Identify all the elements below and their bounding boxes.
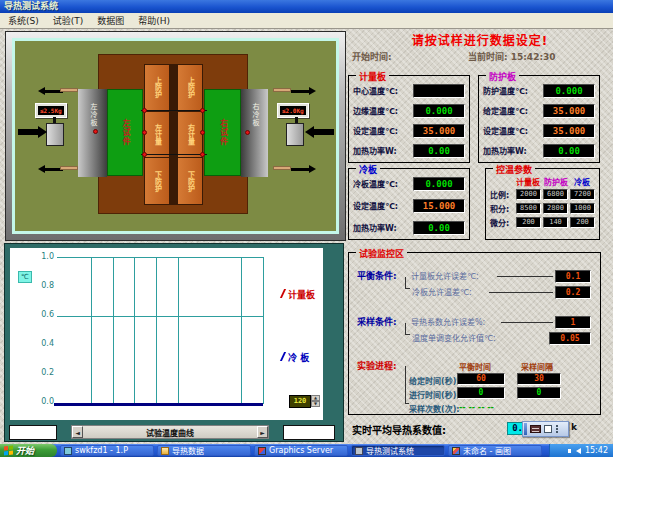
sampling-row-label: 导热系数允许误差%: — [411, 316, 485, 327]
field-label: 加热功率W: — [353, 145, 397, 156]
y-tick: 0.0 — [28, 397, 54, 406]
field-label: 边缘温度℃: — [353, 105, 398, 116]
speaker-icon[interactable] — [576, 448, 581, 454]
field-label: 加热功率W: — [353, 222, 397, 233]
taskbar-button-label: Graphics Server — [269, 446, 333, 455]
pid-value: 200 — [516, 217, 541, 228]
taskbar-button-label: swkfzd1 - 1.P — [75, 446, 128, 455]
chart-title[interactable]: 试验温度曲线 — [83, 426, 257, 438]
y-tick: 0.8 — [28, 281, 54, 290]
ime-toolbar[interactable] — [522, 421, 569, 437]
field-label: 给定温度℃: — [483, 105, 528, 116]
chart-left-box[interactable] — [9, 425, 57, 440]
pipe — [273, 166, 291, 170]
system-tray[interactable]: 15:42 — [549, 444, 613, 457]
menu-item-system[interactable]: 系统(S) — [8, 14, 39, 27]
ime-pad-icon[interactable] — [544, 425, 552, 433]
menu-item-data-chart[interactable]: 数据图 — [97, 14, 124, 27]
pid-row-label: 微分: — [490, 217, 514, 228]
connector-line — [501, 322, 553, 323]
legend-cold: 冷 板 — [282, 351, 309, 364]
field-label: 设定温度℃: — [353, 125, 398, 136]
ime-menu-dots[interactable] — [555, 425, 558, 433]
paint-icon — [452, 447, 460, 455]
spinner-down-button[interactable]: ▼ — [311, 401, 320, 407]
sensor-dot — [142, 130, 147, 135]
taskbar-button-data-folder[interactable]: 导热数据 — [157, 445, 251, 456]
scroll-left-button[interactable]: ◄ — [72, 426, 83, 438]
right-flow-gauge: ≤2.0Kg — [277, 103, 309, 118]
scroll-right-button[interactable]: ► — [257, 426, 268, 438]
pid-col-cold: 冷板 — [574, 176, 590, 187]
set-temp-display: 35.000 — [543, 124, 595, 138]
field-label: 冷板温度℃: — [353, 178, 398, 189]
progress-col-balance-time: 平衡时间 — [459, 361, 491, 372]
instruction-banner: 请按试样进行数据设定! — [350, 31, 610, 48]
gridline-v — [263, 257, 264, 404]
balance-conditions-label: 平衡条件: — [357, 269, 397, 282]
current-time-label: 当前时间: — [468, 52, 508, 62]
window-titlebar[interactable]: 导热测试系统 — [0, 0, 613, 13]
given-time-display: 60 — [457, 373, 505, 385]
main-form: 左冷板 右冷板 左试件 右试件 上防护 — [0, 29, 613, 444]
coefficient-unit: k — [571, 422, 577, 432]
left-plate-bottom-guard-label: 下防护 — [154, 171, 161, 192]
ime-grip[interactable] — [524, 423, 527, 435]
y-tick: 1.0 — [28, 252, 54, 261]
right-specimen-label: 右试件 — [219, 119, 227, 146]
right-specimen: 右试件 — [204, 89, 241, 176]
left-flow-gauge-value: ≤2.5Kg — [38, 106, 64, 115]
field-label: 设定温度℃: — [353, 200, 398, 211]
y-tick: 0.6 — [28, 310, 54, 319]
gridline-v — [241, 257, 242, 404]
diagram-panel: 左冷板 右冷板 左试件 右试件 上防护 — [5, 31, 346, 241]
left-specimen-label: 左试件 — [121, 119, 129, 146]
left-flow-gauge: ≤2.5Kg — [35, 103, 67, 118]
connector-line — [489, 292, 553, 293]
sensor-dot — [200, 108, 205, 113]
taskbar-button-thermal-app[interactable]: 导热测试系统 — [351, 445, 445, 456]
legend-metering-label: 计量板 — [288, 290, 315, 300]
menu-item-help[interactable]: 帮助(H) — [138, 14, 170, 27]
right-cold-plate-label: 右冷板 — [251, 103, 258, 127]
gridline-v — [134, 257, 135, 404]
field-label: 设定温度℃: — [483, 125, 528, 136]
pid-params-group: 控温参数 计量板 防护板 冷板 比例: 2000 6800 7200 积分: 8… — [485, 168, 600, 240]
given-temp-display: 35.000 — [543, 104, 595, 118]
taskbar-button-paint[interactable]: 未命名 - 画图 — [448, 445, 542, 456]
tray-clock: 15:42 — [585, 446, 608, 455]
pipe — [60, 166, 78, 170]
flow-arrow-in-left — [18, 126, 47, 138]
menu-bar: 系统(S) 试验(T) 数据图 帮助(H) — [0, 13, 613, 29]
current-time: 当前时间: 15:42:30 — [468, 50, 556, 63]
menu-item-test[interactable]: 试验(T) — [53, 14, 84, 27]
application-window: 导热测试系统 系统(S) 试验(T) 数据图 帮助(H) 左冷板 右冷板 — [0, 0, 613, 457]
start-time-label: 开始时间: — [352, 50, 392, 63]
gridline-v — [178, 257, 179, 404]
elapsed-interval-display: 0 — [517, 387, 561, 399]
cold-plate-group: 冷板 冷板温度℃: 0.000 设定温度℃: 15.000 加热功率W: 0.0… — [348, 168, 470, 240]
taskbar-button-label: 导热测试系统 — [366, 445, 414, 456]
taskbar: 开始 swkfzd1 - 1.P 导热数据 Graphics Server 导热… — [0, 444, 613, 457]
left-plate-metering-label: 左计量 — [154, 124, 161, 145]
sensor-dot — [93, 129, 98, 134]
sensor-line-top — [141, 110, 207, 111]
start-button[interactable]: 开始 — [0, 444, 57, 457]
left-pump — [46, 123, 64, 146]
sensor-dot — [200, 152, 205, 157]
given-interval-display: 30 — [517, 373, 561, 385]
chart-panel: ℃ 1.0 0.8 0.6 0.4 0.2 0.0 计量板 — [4, 243, 344, 442]
chart-right-box[interactable] — [283, 425, 335, 440]
legend-metering-swatch — [280, 289, 286, 298]
pid-col-metering: 计量板 — [516, 176, 540, 187]
taskbar-button-graphics-server[interactable]: Graphics Server — [254, 445, 348, 456]
sampling-conditions-label: 采样条件: — [357, 315, 397, 328]
legend-cold-swatch — [280, 352, 286, 361]
metering-plate-title: 计量板 — [356, 70, 389, 83]
y-tick: 0.4 — [28, 339, 54, 348]
keyboard-icon[interactable] — [530, 425, 541, 433]
folder-icon — [161, 447, 169, 455]
elapsed-time-display: 0 — [457, 387, 505, 399]
metering-tolerance-display: 0.1 — [555, 270, 591, 283]
taskbar-button-vb-project[interactable]: swkfzd1 - 1.P — [60, 445, 154, 456]
